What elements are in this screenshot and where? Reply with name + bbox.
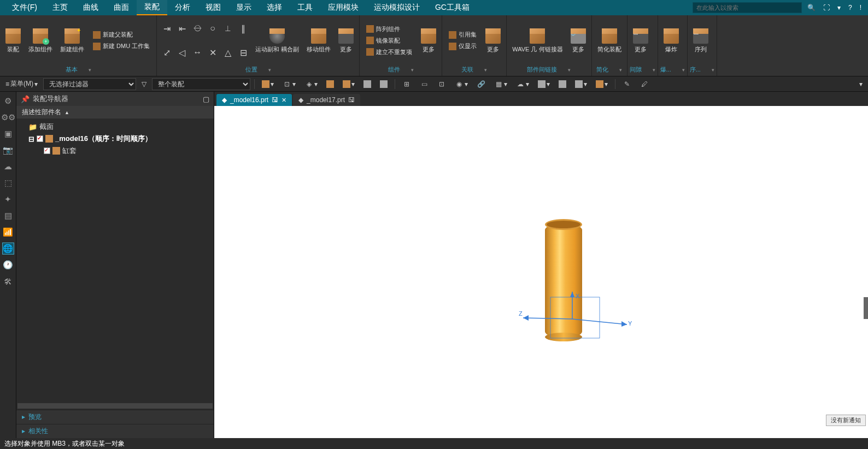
- tb-icon-2[interactable]: ⊡▾: [279, 79, 299, 90]
- model-cylinder[interactable]: [545, 223, 582, 338]
- group-expand-component[interactable]: ▾: [411, 67, 414, 73]
- notification-toast[interactable]: 没有新通知: [826, 415, 866, 426]
- tb-view-3[interactable]: ⊡: [434, 79, 449, 90]
- search-icon[interactable]: 🔍: [805, 3, 818, 13]
- menu-view[interactable]: 视图: [198, 1, 228, 15]
- group-expand-explode[interactable]: ▾: [682, 67, 685, 73]
- menu-home[interactable]: 主页: [45, 1, 75, 15]
- cube-nav-icon[interactable]: ▣: [2, 128, 14, 140]
- group-expand-position[interactable]: ▾: [268, 67, 271, 73]
- new-parent-assembly-button[interactable]: 新建父装配: [91, 29, 152, 40]
- tab-model16[interactable]: ◆ _model16.prt 🖫 ✕: [216, 94, 292, 106]
- menu-assembly[interactable]: 装配: [137, 0, 167, 15]
- show-only-button[interactable]: 仅显示: [447, 41, 479, 51]
- menu-tools[interactable]: 工具: [290, 1, 320, 15]
- constraint-icon-6[interactable]: ∥: [236, 21, 251, 36]
- toolbar-expand[interactable]: ▾: [856, 79, 866, 89]
- joint-coupling-button[interactable]: 运动副和 耦合副: [252, 16, 302, 64]
- tb-cube-5[interactable]: ▾: [339, 79, 358, 89]
- menu-curve[interactable]: 曲线: [75, 1, 106, 15]
- help-icon[interactable]: ?: [846, 3, 854, 13]
- nav-window-icon[interactable]: ▢: [203, 95, 209, 103]
- tree-child[interactable]: 缸套: [20, 145, 210, 157]
- tb-view-2[interactable]: ▭: [417, 79, 432, 90]
- mirror-assembly-button[interactable]: 镜像装配: [364, 36, 414, 46]
- menu-button[interactable]: ≡ 菜单(M) ▾: [2, 78, 41, 90]
- tb-cube-1[interactable]: ▾: [259, 79, 277, 89]
- new-component-button[interactable]: ✦新建组件: [57, 16, 87, 64]
- group-expand-sequence[interactable]: ▾: [712, 67, 714, 73]
- group-expand-relation[interactable]: ▾: [484, 67, 487, 73]
- group-expand-basic[interactable]: ▾: [89, 67, 91, 73]
- menu-select[interactable]: 选择: [259, 1, 290, 15]
- constraint-icon-7[interactable]: ⤢: [159, 45, 174, 60]
- move-component-button[interactable]: 移动组件: [303, 16, 334, 64]
- scope-select[interactable]: 整个装配: [152, 78, 250, 90]
- 3d-viewport[interactable]: X Y Z Z Y X: [214, 106, 868, 438]
- menu-motion[interactable]: 运动模拟设计: [366, 1, 427, 15]
- clock-icon[interactable]: 🕐: [2, 259, 14, 271]
- assembly-button[interactable]: 装配: [2, 16, 24, 64]
- constraint-icon-11[interactable]: △: [220, 45, 236, 60]
- pattern-component-button[interactable]: 阵列组件: [364, 24, 414, 34]
- constraint-icon-10[interactable]: ✕: [205, 45, 220, 60]
- tb-view-4[interactable]: ◉▾: [451, 79, 471, 90]
- menu-surface[interactable]: 曲面: [106, 1, 137, 15]
- menu-file[interactable]: 文件(F): [4, 1, 45, 15]
- interpart-more-button[interactable]: 🔗更多: [567, 16, 589, 64]
- filter-select[interactable]: 无选择过滤器: [43, 78, 136, 90]
- sequence-button[interactable]: ☰序列: [690, 16, 712, 64]
- create-unique-button[interactable]: 建立不重复项: [364, 47, 414, 57]
- sparkle-icon[interactable]: ✦: [2, 193, 14, 205]
- constraint-icon-9[interactable]: ↔: [190, 45, 205, 60]
- tb-view-1[interactable]: ⊞: [399, 79, 414, 90]
- gears-icon[interactable]: ⚙⚙: [2, 111, 14, 123]
- menu-app[interactable]: 应用模块: [320, 1, 366, 15]
- group-expand-interpart[interactable]: ▾: [568, 67, 571, 73]
- tb-view-6[interactable]: ▦▾: [491, 79, 511, 90]
- constraint-icon-4[interactable]: ○: [205, 21, 220, 36]
- camera-icon[interactable]: 📷: [2, 144, 14, 156]
- constraint-icon-8[interactable]: ◁: [174, 45, 190, 60]
- signal-icon[interactable]: 📶: [2, 226, 14, 238]
- explode-button[interactable]: 爆炸: [660, 16, 682, 64]
- dropdown-icon[interactable]: ▾: [835, 3, 843, 13]
- tb-cube-4[interactable]: [323, 79, 337, 89]
- fullscreen-icon[interactable]: ⛶: [821, 3, 832, 13]
- tree-root[interactable]: ⊟ _model16（顺序：时间顺序）: [20, 133, 210, 145]
- menu-analysis[interactable]: 分析: [167, 1, 198, 15]
- globe-icon[interactable]: 🌐: [2, 243, 14, 255]
- box-icon[interactable]: ⬚: [2, 177, 14, 189]
- constraint-icon-5[interactable]: ⟂: [220, 21, 236, 36]
- wave-linker-button[interactable]: WAVE 几 何链接器: [509, 16, 566, 64]
- constraint-icon-3[interactable]: ⦵: [190, 21, 205, 36]
- alert-icon[interactable]: !: [858, 3, 864, 13]
- clearance-more-button[interactable]: ⊞更多: [630, 16, 652, 64]
- checkbox-icon[interactable]: [44, 147, 50, 154]
- group-expand-clearance[interactable]: ▾: [653, 67, 655, 73]
- constraint-icon-1[interactable]: ⇥: [159, 21, 174, 36]
- filter-icon[interactable]: ▽: [138, 79, 150, 89]
- reference-set-button[interactable]: 引用集: [447, 29, 479, 40]
- position-more-button[interactable]: ≡更多: [335, 16, 357, 64]
- tb-shade-3[interactable]: ▾: [572, 79, 590, 89]
- relation-more-button[interactable]: 更多: [482, 16, 504, 64]
- tb-shade-2[interactable]: [555, 79, 570, 89]
- cloud-icon[interactable]: ☁: [2, 161, 14, 173]
- group-expand-simplify[interactable]: ▾: [619, 67, 622, 73]
- nav-column-header[interactable]: 描述性部件名▲: [16, 106, 214, 119]
- nav-scrollbar[interactable]: [17, 403, 213, 409]
- tb-icon-3[interactable]: ◈▾: [301, 79, 321, 90]
- nav-preview-section[interactable]: ▸预览: [16, 410, 214, 424]
- constraint-icon-2[interactable]: ⇤: [174, 21, 190, 36]
- menu-display[interactable]: 显示: [228, 1, 259, 15]
- checkbox-icon[interactable]: [37, 135, 43, 142]
- simplify-assembly-button[interactable]: 简化装配: [594, 16, 625, 64]
- tb-brush-icon[interactable]: 🖊: [637, 79, 652, 90]
- tb-cube-6[interactable]: [360, 79, 374, 89]
- tb-cube-7[interactable]: [377, 79, 391, 89]
- add-component-button[interactable]: +添加组件: [25, 16, 56, 64]
- constraint-icon-12[interactable]: ⊟: [236, 45, 251, 60]
- tb-view-5[interactable]: 🔗: [473, 79, 489, 90]
- pin-icon[interactable]: 📌: [21, 95, 30, 103]
